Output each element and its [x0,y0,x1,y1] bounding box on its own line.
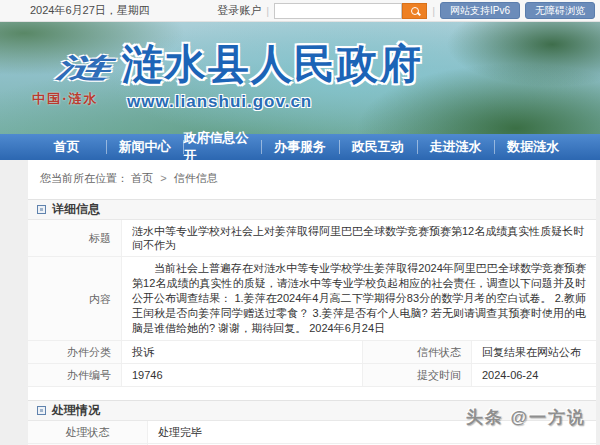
letter-title-value: 涟水中等专业学校对社会上对姜萍取得阿里巴巴全球数学竞赛预赛第12名成绩真实性质疑… [122,220,596,256]
section-spacer [28,387,596,400]
search-button[interactable] [402,3,427,19]
logo-seal-text: 中国·涟水 [32,90,99,108]
current-date: 2024年6月27日，星期四 [30,3,150,18]
nav-item-news-center[interactable]: 新闻中心 [106,134,184,160]
topbar-actions: 登录账户 | | 网站支持IPv6 无障碍浏览 [217,2,595,19]
top-utility-bar: 2024年6月27日，星期四 登录账户 | | 网站支持IPv6 无障碍浏览 [0,0,600,22]
site-search [274,3,427,19]
detail-section-title: 详细信息 [52,201,100,218]
nav-item-gov-info-disclosure[interactable]: 政府信息公开 [183,134,261,160]
letter-content-value: 当前社会上普遍存在对涟水中等专业学校学生姜萍取得2024年阿里巴巴全球数学竞赛预… [122,257,596,340]
breadcrumb: 您当前所在位置： 首页 > 信件信息 [28,160,596,199]
detail-section-header: 详细信息 [28,199,596,220]
category-label: 办件分类 [28,341,122,363]
letter-status-label: 信件状态 [362,341,472,363]
table-row: 办件编号 19746 提交时间 2024-06-24 [28,364,596,387]
submit-time-value: 2024-06-24 [472,364,596,386]
category-value: 投诉 [122,341,362,363]
login-link[interactable]: 登录账户 [217,3,261,18]
nav-item-data-lianshui[interactable]: 数据涟水 [494,134,572,160]
case-number-label: 办件编号 [28,364,122,386]
process-section-title: 处理情况 [52,402,100,419]
breadcrumb-prefix: 您当前所在位置： [40,172,128,184]
main-wrapper: 您当前所在位置： 首页 > 信件信息 详细信息 标题 涟水中等专业学校对社会上对… [0,160,600,445]
nav-item-home[interactable]: 首页 [28,134,106,160]
divider: | [266,5,269,17]
nav-item-about-lianshui[interactable]: 走进涟水 [417,134,495,160]
table-row: 办件分类 投诉 信件状态 回复结果在网站公布 [28,341,596,364]
breadcrumb-home-link[interactable]: 首页 [131,172,153,184]
breadcrumb-current-link[interactable]: 信件信息 [174,172,218,184]
content-panel: 您当前所在位置： 首页 > 信件信息 详细信息 标题 涟水中等专业学校对社会上对… [28,160,596,445]
nav-item-public-interaction[interactable]: 政民互动 [339,134,417,160]
table-row: 标题 涟水中等专业学校对社会上对姜萍取得阿里巴巴全球数学竞赛预赛第12名成绩真实… [28,220,596,257]
submit-time-label: 提交时间 [362,364,472,386]
site-url: www.lianshui.gov.cn [127,92,312,112]
list-square-icon [37,406,46,415]
logo-glyph-icon: 涟 [32,53,132,83]
list-square-icon [37,205,46,214]
ipv6-support-button[interactable]: 网站支持IPv6 [440,2,520,19]
content-label: 内容 [28,257,122,340]
process-state-label: 处理状态 [28,421,148,443]
divider: | [432,5,435,17]
search-input[interactable] [274,3,402,19]
case-number-value: 19746 [122,364,362,386]
main-navigation: 首页 新闻中心 政府信息公开 办事服务 政民互动 走进涟水 数据涟水 [0,134,600,160]
header-banner: 涟 中国·涟水 涟水县人民政府 www.lianshui.gov.cn [0,22,600,134]
site-title: 涟水县人民政府 [122,42,423,87]
nav-item-services[interactable]: 办事服务 [261,134,339,160]
government-portal-page: 2024年6月27日，星期四 登录账户 | | 网站支持IPv6 无障碍浏览 涟… [0,0,600,445]
toutiao-watermark: 头条 @一方说 [466,406,586,429]
search-icon [411,7,419,15]
accessibility-button[interactable]: 无障碍浏览 [525,2,595,19]
title-label: 标题 [28,220,122,256]
letter-status-value: 回复结果在网站公布 [472,341,596,363]
site-logo[interactable]: 涟 中国·涟水 [32,48,99,108]
table-row: 内容 当前社会上普遍存在对涟水中等专业学校学生姜萍取得2024年阿里巴巴全球数学… [28,257,596,341]
breadcrumb-separator: > [160,172,166,184]
detail-table: 标题 涟水中等专业学校对社会上对姜萍取得阿里巴巴全球数学竞赛预赛第12名成绩真实… [28,220,596,387]
